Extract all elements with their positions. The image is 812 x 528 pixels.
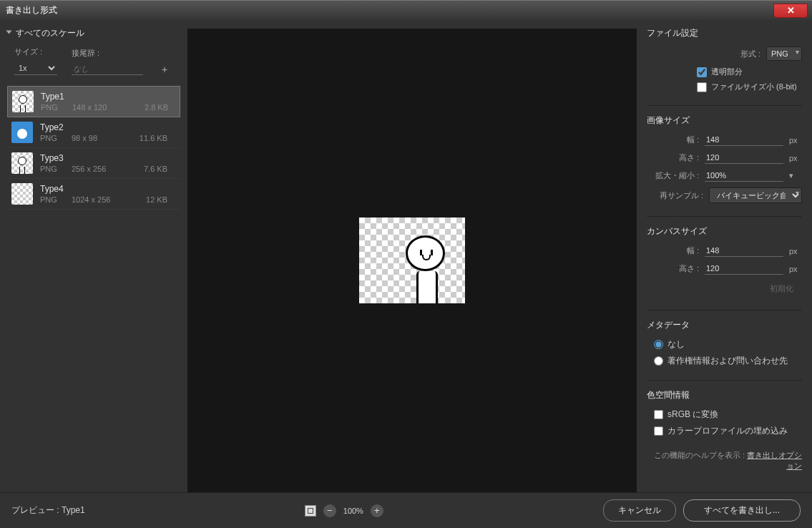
chevron-down-icon[interactable]: ▾ <box>789 171 802 180</box>
type-name: Type3 <box>40 153 176 163</box>
help-link[interactable]: 書き出しオプション <box>747 451 802 470</box>
image-width-input[interactable] <box>705 134 783 146</box>
canvas-size-section: カンバスサイズ 幅 :px 高さ :px 初期化 <box>647 225 802 297</box>
transparent-checkbox[interactable] <box>697 67 707 77</box>
thumb-icon <box>11 152 33 174</box>
thumb-icon <box>11 122 33 143</box>
type-item[interactable]: Type1 PNG148 x 1202.8 KB <box>7 86 180 117</box>
zoom-in-button[interactable]: + <box>371 504 383 517</box>
scale-input[interactable] <box>705 170 783 182</box>
titlebar: 書き出し形式 ✕ <box>0 0 812 20</box>
thumb-icon <box>12 91 34 112</box>
colorspace-section: 色空間情報 sRGB に変換 カラープロファイルの埋め込み <box>647 389 802 437</box>
right-panel: ファイル設定 形式 : PNG 透明部分 ファイルサイズ小 (8-bit) 画像… <box>637 20 812 492</box>
file-settings-section: ファイル設定 形式 : PNG 透明部分 ファイルサイズ小 (8-bit) <box>647 27 802 92</box>
preview-image <box>359 217 465 303</box>
canvas-width-input[interactable] <box>705 245 783 257</box>
footer: プレビュー : Type1 − 100% + キャンセル すべてを書き出し... <box>0 492 812 528</box>
preview-panel <box>187 29 637 492</box>
zoom-value: 100% <box>343 507 363 515</box>
size-select[interactable]: 1x <box>14 62 57 75</box>
size-label: サイズ : <box>14 47 57 57</box>
image-size-section: 画像サイズ 幅 :px 高さ :px 拡大・縮小 :▾ 再サンプル :バイキュー… <box>647 114 802 203</box>
type-item[interactable]: Type3 PNG256 x 2567.6 KB <box>7 148 180 179</box>
type-item[interactable]: Type2 PNG98 x 9811.6 KB <box>7 117 180 148</box>
close-button[interactable]: ✕ <box>773 4 808 18</box>
type-name: Type4 <box>40 184 176 194</box>
main-content: すべてのスケール サイズ : 1x 接尾辞 : + Type1 PNG148 x… <box>0 20 812 492</box>
scale-controls: サイズ : 1x 接尾辞 : + <box>14 47 180 75</box>
image-size-title: 画像サイズ <box>647 114 802 127</box>
zoom-out-button[interactable]: − <box>323 504 336 517</box>
small-file-label: ファイルサイズ小 (8-bit) <box>711 82 797 92</box>
help-text: この機能のヘルプを表示 : 書き出しオプション <box>647 450 802 471</box>
type-name: Type1 <box>41 92 175 102</box>
type-item[interactable]: Type4 PNG1024 x 25612 KB <box>7 179 180 210</box>
format-label: 形式 : <box>740 49 760 59</box>
image-height-input[interactable] <box>705 152 783 164</box>
metadata-copyright-radio[interactable] <box>654 356 663 366</box>
metadata-none-radio[interactable] <box>654 340 663 349</box>
export-all-button[interactable]: すべてを書き出し... <box>683 499 801 522</box>
transparent-label: 透明部分 <box>711 67 743 77</box>
canvas-height-input[interactable] <box>705 263 783 275</box>
scales-title: すべてのスケール <box>7 27 180 39</box>
suffix-input[interactable] <box>72 63 143 75</box>
reset-button[interactable]: 初期化 <box>761 280 802 297</box>
types-list: Type1 PNG148 x 1202.8 KB Type2 PNG98 x 9… <box>7 86 180 210</box>
type-name: Type2 <box>40 122 176 132</box>
thumb-icon <box>11 183 33 205</box>
file-settings-title: ファイル設定 <box>647 27 802 39</box>
embed-profile-checkbox[interactable] <box>654 426 663 436</box>
resample-select[interactable]: バイキュービック自動 <box>709 187 802 203</box>
metadata-title: メタデータ <box>647 319 802 331</box>
cancel-button[interactable]: キャンセル <box>603 499 676 522</box>
add-scale-button[interactable]: + <box>157 64 172 75</box>
preview-label: プレビュー : Type1 <box>11 504 85 517</box>
format-select[interactable]: PNG <box>766 47 802 61</box>
suffix-label: 接尾辞 : <box>72 48 143 59</box>
colorspace-title: 色空間情報 <box>647 389 802 401</box>
small-file-checkbox[interactable] <box>697 82 707 92</box>
window-title: 書き出し形式 <box>6 4 57 16</box>
left-panel: すべてのスケール サイズ : 1x 接尾辞 : + Type1 PNG148 x… <box>0 20 187 492</box>
metadata-section: メタデータ なし 著作権情報および問い合わせ先 <box>647 319 802 367</box>
srgb-checkbox[interactable] <box>654 410 663 419</box>
canvas-size-title: カンバスサイズ <box>647 225 802 238</box>
grid-icon[interactable] <box>305 505 316 517</box>
